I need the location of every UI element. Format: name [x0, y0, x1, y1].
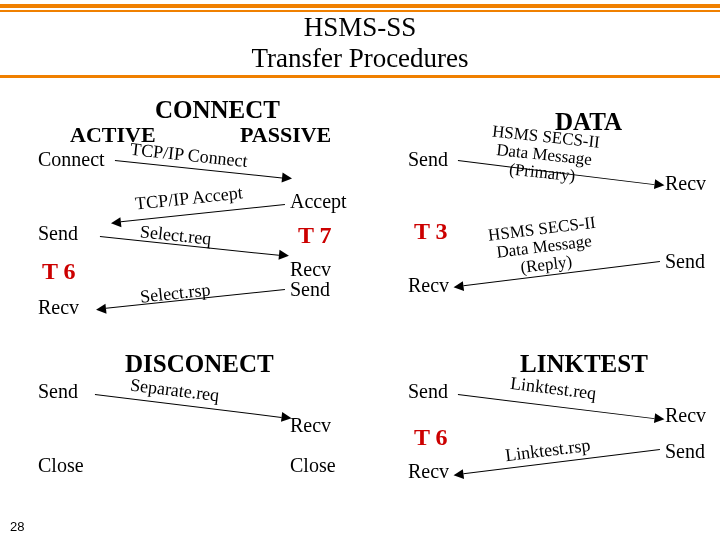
linktest-right-send: Send	[665, 440, 705, 463]
msg-data-primary: HSMS SECS-II Data Message (Primary)	[487, 122, 600, 187]
msg-select-rsp: Select.rsp	[139, 279, 211, 307]
msg-separate: Separate.req	[129, 375, 220, 407]
data-left-recv: Recv	[408, 274, 449, 297]
linktest-t6: T 6	[414, 424, 448, 451]
connect-left-recv: Recv	[38, 296, 79, 319]
msg-linktest-rsp: Linktest.rsp	[504, 435, 591, 466]
data-t3: T 3	[414, 218, 448, 245]
orange-rule-mid	[0, 75, 720, 78]
linktest-left-send: Send	[408, 380, 448, 403]
disconnect-right-recv: Recv	[290, 414, 331, 437]
data-right-send: Send	[665, 250, 705, 273]
linktest-left-recv: Recv	[408, 460, 449, 483]
disconnect-right-close: Close	[290, 454, 336, 477]
data-right-recv: Recv	[665, 172, 706, 195]
connect-right-send: Send	[290, 278, 330, 301]
linktest-header: LINKTEST	[520, 350, 648, 378]
connect-passive: PASSIVE	[240, 122, 331, 148]
connect-t7: T 7	[298, 222, 332, 249]
page-title: HSMS-SS Transfer Procedures	[0, 12, 720, 74]
disconnect-header: DISCONECT	[125, 350, 274, 378]
title-line1: HSMS-SS	[304, 12, 417, 42]
data-left-send: Send	[408, 148, 448, 171]
orange-rule-top	[0, 4, 720, 8]
disconnect-left-close: Close	[38, 454, 84, 477]
msg-select-req: Select.req	[139, 221, 212, 249]
title-line2: Transfer Procedures	[251, 43, 468, 73]
connect-left-send: Send	[38, 222, 78, 245]
disconnect-left-send: Send	[38, 380, 78, 403]
linktest-right-recv: Recv	[665, 404, 706, 427]
page-number: 28	[10, 519, 24, 534]
connect-left-connect: Connect	[38, 148, 105, 171]
connect-t6: T 6	[42, 258, 76, 285]
connect-right-accept: Accept	[290, 190, 347, 213]
connect-header: CONNECT	[155, 96, 280, 124]
